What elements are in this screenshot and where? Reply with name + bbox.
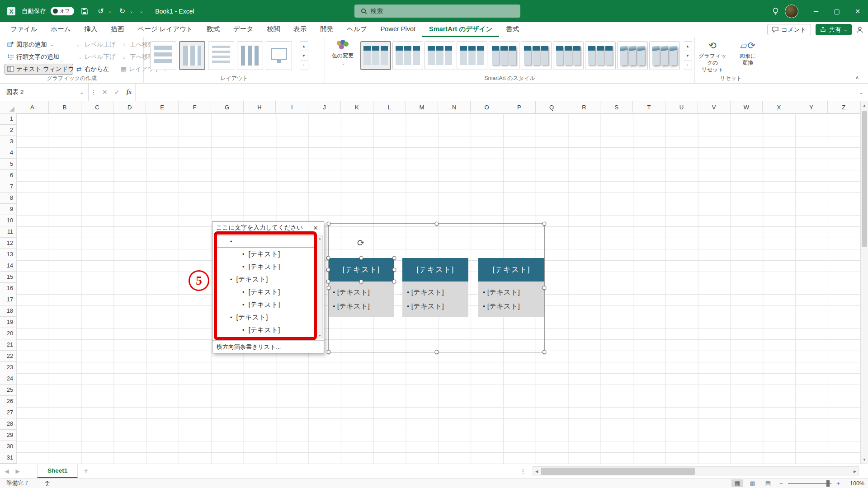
column-header-I[interactable]: I — [276, 101, 308, 113]
reset-graphic-button[interactable]: ⟲ グラフィックの リセット — [698, 40, 727, 73]
selection-handle[interactable] — [542, 350, 547, 354]
smartart-style-option-7[interactable] — [553, 41, 584, 70]
row-header-31[interactable]: 31 — [0, 452, 16, 464]
autosave-toggle[interactable]: オフ — [51, 7, 74, 15]
ribbon-tab-6[interactable]: データ — [226, 22, 260, 37]
smartart-shape-3[interactable]: [テキスト][テキスト][テキスト] — [478, 258, 544, 317]
scroll-left-arrow[interactable]: ◀ — [533, 469, 540, 474]
minimize-button[interactable]: ─ — [806, 0, 826, 22]
row-header-23[interactable]: 23 — [0, 362, 16, 373]
ribbon-tab-2[interactable]: 挿入 — [78, 22, 104, 37]
search-box[interactable]: 検索 — [354, 5, 520, 18]
comments-button[interactable]: コメント — [767, 24, 811, 35]
row-header-29[interactable]: 29 — [0, 430, 16, 441]
smartart-shape-1[interactable]: [テキスト][テキスト][テキスト] — [328, 258, 394, 317]
column-header-B[interactable]: B — [49, 101, 81, 113]
quick-access-customize-icon[interactable]: ⌄ — [140, 9, 143, 14]
select-all-button[interactable] — [0, 101, 16, 113]
selection-handle[interactable] — [542, 222, 547, 226]
text-pane-item-2[interactable]: •[テキスト] — [215, 260, 316, 273]
text-pane-toggle-button[interactable]: テキスト ウィンドウ — [5, 64, 73, 75]
selection-handle[interactable] — [326, 268, 330, 272]
row-header-13[interactable]: 13 — [0, 249, 16, 260]
selection-handle[interactable] — [326, 280, 330, 284]
ribbon-tab-0[interactable]: ファイル — [4, 22, 44, 37]
column-header-S[interactable]: S — [600, 101, 633, 113]
lightbulb-icon[interactable] — [769, 0, 782, 22]
column-header-V[interactable]: V — [698, 101, 731, 113]
row-header-25[interactable]: 25 — [0, 385, 16, 396]
layout-option-4[interactable] — [237, 41, 263, 70]
column-header-J[interactable]: J — [308, 101, 341, 113]
confirm-entry-button[interactable]: ✓ — [111, 86, 123, 98]
convert-to-shapes-button[interactable]: ▱⟳ 図形に 変換 — [733, 40, 763, 66]
column-header-D[interactable]: D — [113, 101, 146, 113]
ribbon-tab-10[interactable]: ヘルプ — [340, 22, 374, 37]
ribbon-tab-12[interactable]: SmartArt のデザイン — [422, 22, 499, 37]
sheet-tab-sheet1[interactable]: Sheet1 — [37, 464, 78, 478]
scroll-up-arrow[interactable]: ▲ — [861, 101, 868, 109]
accessibility-icon[interactable] — [44, 480, 50, 486]
promote-button[interactable]: ← レベル上げ — [73, 39, 118, 50]
ribbon-tab-9[interactable]: 開発 — [313, 22, 340, 37]
zoom-slider-thumb[interactable] — [826, 480, 830, 487]
row-header-24[interactable]: 24 — [0, 373, 16, 385]
demote-button[interactable]: → レベル下げ — [73, 52, 118, 62]
column-header-L[interactable]: L — [373, 101, 406, 113]
change-colors-button[interactable]: 色の変更 ⌄ — [329, 40, 357, 66]
right-to-left-button[interactable]: ⇄ 右から左 — [73, 64, 118, 75]
layout-option-5[interactable] — [266, 41, 292, 70]
styles-scroll-up-button[interactable]: ▲ — [684, 42, 692, 51]
text-pane-close-icon[interactable]: ✕ — [311, 225, 320, 231]
column-header-F[interactable]: F — [179, 101, 211, 113]
row-header-2[interactable]: 2 — [0, 125, 16, 136]
selection-handle[interactable] — [359, 280, 363, 284]
text-pane-scrollbar[interactable]: ▲ ▼ — [317, 235, 323, 338]
ribbon-tab-3[interactable]: 描画 — [104, 22, 131, 37]
selection-handle[interactable] — [542, 286, 547, 290]
ribbon-tab-13[interactable]: 書式 — [499, 22, 526, 37]
smartart-style-option-4[interactable] — [457, 41, 487, 70]
redo-button[interactable]: ↻ — [116, 5, 128, 17]
column-header-W[interactable]: W — [731, 101, 763, 113]
column-header-G[interactable]: G — [211, 101, 244, 113]
ribbon-tab-8[interactable]: 表示 — [287, 22, 313, 37]
smartart-style-option-10[interactable] — [649, 41, 680, 70]
zoom-level[interactable]: 100% — [845, 480, 864, 487]
row-header-4[interactable]: 4 — [0, 147, 16, 159]
layout-option-2[interactable] — [179, 41, 205, 70]
column-header-K[interactable]: K — [341, 101, 373, 113]
row-header-10[interactable]: 10 — [0, 215, 16, 226]
close-button[interactable]: ✕ — [847, 0, 868, 22]
column-header-R[interactable]: R — [568, 101, 601, 113]
gallery-scroll-down-button[interactable]: ▼ — [300, 51, 308, 61]
user-avatar[interactable] — [785, 5, 798, 18]
row-header-12[interactable]: 12 — [0, 238, 16, 249]
zoom-out-button[interactable]: − — [778, 480, 785, 487]
gallery-scroll-up-button[interactable]: ▲ — [300, 42, 308, 51]
row-header-14[interactable]: 14 — [0, 260, 16, 272]
text-pane-item-0[interactable]: • — [215, 235, 316, 248]
sheet-nav-right-icon[interactable]: ▶ — [11, 468, 24, 474]
row-header-15[interactable]: 15 — [0, 272, 16, 283]
rotate-handle[interactable]: ⟳ — [356, 238, 366, 248]
column-header-M[interactable]: M — [406, 101, 439, 113]
name-box[interactable]: 図表 2 ⌄ — [0, 84, 89, 101]
smartart-style-option-2[interactable] — [392, 41, 423, 70]
ribbon-tab-5[interactable]: 数式 — [200, 22, 226, 37]
share-button[interactable]: 共有 ⌄ — [816, 24, 852, 35]
row-header-6[interactable]: 6 — [0, 170, 16, 181]
normal-view-button[interactable]: ▦ — [731, 479, 743, 487]
row-header-11[interactable]: 11 — [0, 226, 16, 238]
row-header-22[interactable]: 22 — [0, 351, 16, 362]
ribbon-tab-11[interactable]: Power Pivot — [374, 22, 422, 37]
ribbon-tab-7[interactable]: 校閲 — [260, 22, 287, 37]
vertical-scroll-thumb[interactable] — [862, 111, 867, 247]
save-button[interactable] — [79, 5, 90, 17]
gallery-more-button[interactable]: ⍖ — [300, 61, 308, 70]
excel-app-icon[interactable]: X — [5, 5, 17, 17]
smartart-style-option-3[interactable] — [425, 41, 455, 70]
page-layout-view-button[interactable]: ▥ — [747, 479, 759, 487]
selection-handle[interactable] — [434, 350, 439, 354]
ribbon-tab-4[interactable]: ページ レイアウト — [131, 22, 200, 37]
